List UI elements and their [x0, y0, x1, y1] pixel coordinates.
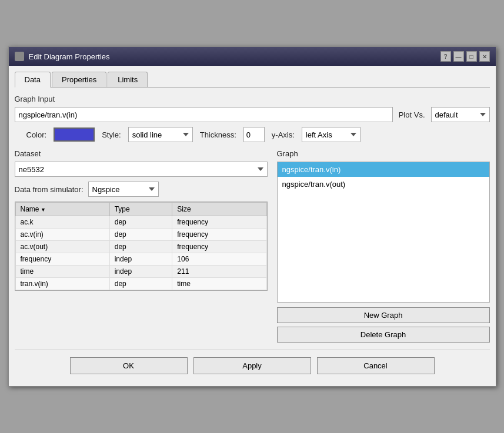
color-swatch[interactable] — [54, 127, 95, 142]
color-style-row: Color: Style: solid line dashed dotted T… — [15, 127, 490, 142]
cell-type: indep — [109, 266, 172, 278]
cell-size: 106 — [172, 253, 266, 266]
apply-button[interactable]: Apply — [193, 357, 311, 374]
cancel-button[interactable]: Cancel — [317, 357, 435, 374]
cell-name: ac.v(out) — [15, 241, 109, 253]
graph-list: ngspice/tran.v(in)ngspice/tran.v(out) — [277, 162, 490, 303]
dialog-body: Data Properties Limits Graph Input Plot … — [9, 66, 496, 386]
table-row[interactable]: tran.v(in) dep time — [15, 278, 266, 290]
table-row[interactable]: ac.k dep frequency — [15, 216, 266, 229]
thickness-input[interactable] — [243, 127, 265, 142]
dataset-section: Dataset ne5532 Data from simulator: Ngsp… — [15, 149, 268, 343]
dialog-title: Edit Diagram Properties — [29, 52, 110, 61]
graph-label: Graph — [277, 149, 490, 158]
cell-size: frequency — [172, 229, 266, 241]
cell-type: dep — [109, 278, 172, 290]
cell-type: indep — [109, 253, 172, 266]
cell-name: time — [15, 266, 109, 278]
dialog: Edit Diagram Properties ? — □ ✕ Data Pro… — [8, 46, 496, 387]
cell-type: dep — [109, 229, 172, 241]
cell-name: frequency — [15, 253, 109, 266]
cell-name: ac.v(in) — [15, 229, 109, 241]
help-button[interactable]: ? — [440, 51, 451, 62]
style-select[interactable]: solid line dashed dotted — [128, 127, 193, 142]
delete-graph-button[interactable]: Delete Graph — [277, 327, 490, 343]
dataset-select[interactable]: ne5532 — [15, 162, 268, 177]
minimize-button[interactable]: — — [453, 51, 464, 62]
bottom-buttons: OK Apply Cancel — [15, 350, 490, 380]
graph-input-label: Graph Input — [15, 95, 490, 103]
data-from-label: Data from simulator: — [15, 185, 84, 194]
cell-size: frequency — [172, 241, 266, 253]
close-button[interactable]: ✕ — [479, 51, 490, 62]
data-from-row: Data from simulator: Ngspice — [15, 182, 268, 197]
style-label: Style: — [102, 130, 121, 139]
new-graph-button[interactable]: New Graph — [277, 307, 490, 323]
graph-buttons: New Graph Delete Graph — [277, 307, 490, 343]
maximize-button[interactable]: □ — [466, 51, 477, 62]
app-icon — [15, 52, 24, 61]
dataset-label: Dataset — [15, 149, 268, 158]
col-type: Type — [109, 203, 172, 216]
cell-type: dep — [109, 241, 172, 253]
tabs: Data Properties Limits — [15, 72, 490, 88]
data-table: Name Type Size ac.k dep frequency ac.v(i… — [15, 202, 267, 290]
tab-data[interactable]: Data — [15, 72, 51, 88]
simulator-select[interactable]: Ngspice — [88, 182, 159, 197]
yaxis-label: y-Axis: — [272, 130, 295, 139]
title-bar-left: Edit Diagram Properties — [15, 52, 110, 61]
cell-name: tran.v(in) — [15, 278, 109, 290]
cell-size: 211 — [172, 266, 266, 278]
yaxis-select[interactable]: left Axis right Axis — [302, 127, 361, 142]
cell-size: time — [172, 278, 266, 290]
cell-name: ac.k — [15, 216, 109, 229]
main-content: Dataset ne5532 Data from simulator: Ngsp… — [15, 149, 490, 343]
col-size: Size — [172, 203, 266, 216]
cell-type: dep — [109, 216, 172, 229]
plot-vs-label: Plot Vs. — [399, 110, 425, 119]
data-table-wrapper: Name Type Size ac.k dep frequency ac.v(i… — [15, 202, 268, 291]
table-row[interactable]: time indep 211 — [15, 266, 266, 278]
table-row[interactable]: ac.v(in) dep frequency — [15, 229, 266, 241]
table-row[interactable]: frequency indep 106 — [15, 253, 266, 266]
thickness-label: Thickness: — [200, 130, 236, 139]
graph-list-item[interactable]: ngspice/tran.v(out) — [278, 177, 489, 192]
graph-list-item[interactable]: ngspice/tran.v(in) — [278, 162, 489, 177]
table-row[interactable]: ac.v(out) dep frequency — [15, 241, 266, 253]
tab-limits[interactable]: Limits — [108, 72, 148, 87]
color-label: Color: — [26, 130, 47, 139]
graph-input-field[interactable] — [15, 107, 393, 122]
graph-section: Graph ngspice/tran.v(in)ngspice/tran.v(o… — [277, 149, 490, 343]
cell-size: frequency — [172, 216, 266, 229]
plot-vs-select[interactable]: default — [431, 107, 490, 122]
tab-properties[interactable]: Properties — [52, 72, 106, 87]
title-controls: ? — □ ✕ — [440, 51, 490, 62]
col-name[interactable]: Name — [15, 203, 109, 216]
ok-button[interactable]: OK — [70, 357, 188, 374]
graph-input-row: Plot Vs. default — [15, 107, 490, 122]
title-bar: Edit Diagram Properties ? — □ ✕ — [9, 47, 496, 66]
